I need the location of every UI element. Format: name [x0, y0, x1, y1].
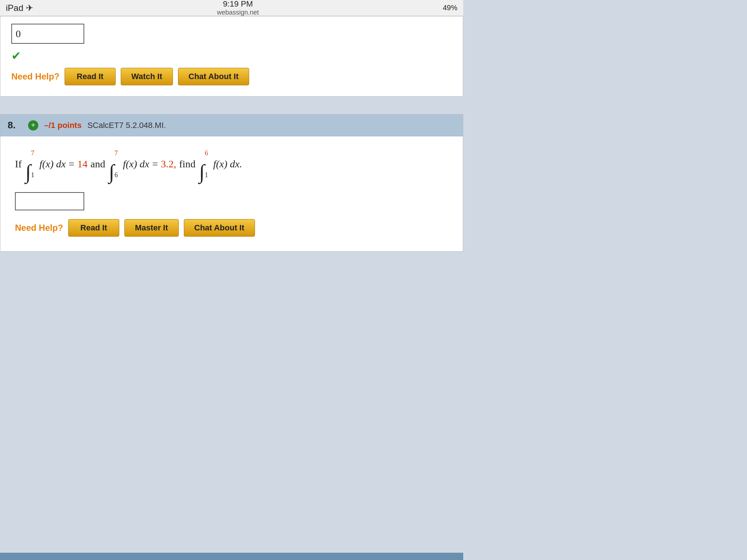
question-8-number: 8. — [8, 120, 22, 131]
integrand-1: f(x) dx — [39, 155, 66, 173]
points-label: –/1 points — [44, 121, 82, 130]
plus-circle-icon: + — [28, 120, 38, 131]
answer-input-q8[interactable] — [15, 192, 84, 210]
question-8-card: 8. + –/1 points SCalcET7 5.2.048.MI. If … — [0, 114, 463, 252]
watch-it-top-button[interactable]: Watch It — [121, 68, 173, 85]
ipad-label: iPad ✈ — [6, 3, 33, 13]
bottom-spacer — [0, 252, 463, 281]
section-spacer — [0, 97, 463, 114]
integral-1: ∫ 7 1 — [26, 147, 36, 181]
math-statement: If ∫ 7 1 f(x) dx = 14 and ∫ 7 — [15, 147, 452, 181]
chat-about-it-q8-button[interactable]: Chat About It — [184, 219, 255, 237]
if-text: If — [15, 155, 22, 173]
time-display: 9:19 PM — [217, 0, 259, 9]
top-answer-value: 0 — [16, 28, 21, 40]
int-3-lower: 1 — [205, 169, 208, 181]
find-text: find — [179, 155, 196, 173]
int-bounds-1: 7 1 — [30, 147, 34, 181]
chat-about-it-top-button[interactable]: Chat About It — [178, 68, 249, 85]
integrand-3: f(x) dx. — [213, 155, 242, 173]
top-need-help-row: Need Help? Read It Watch It Chat About I… — [11, 68, 452, 85]
top-answer-box: 0 — [11, 24, 84, 44]
q8-need-help-label: Need Help? — [15, 223, 63, 233]
int-1-upper: 7 — [31, 147, 34, 159]
battery-label: 49% — [443, 4, 457, 12]
value-1: 14 — [77, 155, 88, 173]
top-need-help-label: Need Help? — [11, 71, 59, 82]
status-right: 49% — [443, 4, 457, 12]
read-it-top-button[interactable]: Read It — [65, 68, 116, 85]
integral-3: ∫ 6 1 — [199, 147, 209, 181]
int-bounds-3: 6 1 — [203, 147, 208, 181]
int-3-upper: 6 — [205, 147, 208, 159]
checkmark-icon: ✔ — [11, 49, 452, 63]
url-display: webassign.net — [217, 9, 259, 16]
int-2-lower: 6 — [115, 169, 118, 181]
int-1-lower: 1 — [31, 169, 34, 181]
master-it-q8-button[interactable]: Master It — [124, 219, 178, 237]
equals-2: = — [152, 155, 158, 173]
integrand-2: f(x) dx — [123, 155, 149, 173]
question-8-body: If ∫ 7 1 f(x) dx = 14 and ∫ 7 — [0, 136, 463, 251]
value-2: 3.2, — [161, 155, 176, 173]
status-bar: iPad ✈ 9:19 PM webassign.net 49% — [0, 0, 463, 16]
bottom-navigation-bar — [0, 553, 463, 560]
status-left: iPad ✈ — [6, 3, 33, 13]
question-8-header: 8. + –/1 points SCalcET7 5.2.048.MI. — [0, 114, 463, 136]
equals-1: = — [69, 155, 74, 173]
and-text: and — [90, 155, 105, 173]
main-content: 0 ✔ Need Help? Read It Watch It Chat Abo… — [0, 16, 463, 281]
status-center: 9:19 PM webassign.net — [217, 0, 259, 16]
problem-id: SCalcET7 5.2.048.MI. — [88, 121, 166, 130]
top-question-card: 0 ✔ Need Help? Read It Watch It Chat Abo… — [0, 16, 463, 97]
top-partial-section: 0 ✔ Need Help? Read It Watch It Chat Abo… — [0, 16, 463, 96]
integral-2: ∫ 7 6 — [109, 147, 119, 181]
int-2-upper: 7 — [115, 147, 118, 159]
q8-need-help-row: Need Help? Read It Master It Chat About … — [15, 219, 452, 237]
read-it-q8-button[interactable]: Read It — [68, 219, 119, 237]
int-bounds-2: 7 6 — [113, 147, 118, 181]
